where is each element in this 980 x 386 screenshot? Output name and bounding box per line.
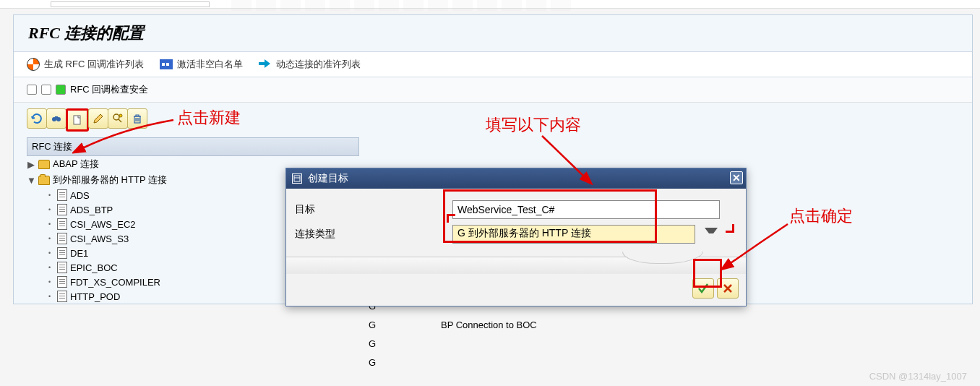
page-title: RFC 连接的配置	[14, 15, 972, 52]
bullet-icon: •	[48, 192, 54, 199]
search-db-icon	[112, 113, 124, 124]
svg-rect-3	[74, 116, 80, 124]
tree-column-header: RFC 连接	[27, 137, 359, 156]
document-icon	[57, 291, 67, 302]
watermark: CSDN @1314lay_1007	[869, 371, 967, 382]
bullet-icon: •	[48, 264, 54, 271]
pie-icon	[27, 58, 40, 71]
gen-callback-label: 生成 RFC 回调准许列表	[44, 58, 144, 71]
bullet-icon: •	[48, 249, 54, 257]
faded-bg-icons	[231, 0, 571, 11]
close-icon: ✕	[732, 172, 741, 184]
dialog-titlebar[interactable]: 创建目标 ✕	[286, 168, 746, 189]
tree-node-label: ABAP 连接	[53, 158, 99, 171]
checkmark-icon	[697, 282, 710, 295]
grid-cell-type: G	[369, 357, 441, 368]
collapse-icon[interactable]: ▼	[27, 175, 35, 186]
tree-leaf-label: DE1	[70, 248, 88, 259]
dialog-title: 创建目标	[308, 172, 348, 185]
svg-rect-2	[55, 116, 58, 119]
document-icon	[57, 233, 67, 244]
svg-rect-7	[294, 176, 300, 181]
form-row-type: 连接类型 G 到外部服务器的 HTTP 连接	[286, 222, 746, 246]
dialog-separator	[286, 257, 746, 274]
tree-leaf-label: ADS	[70, 190, 90, 201]
refresh-button[interactable]	[27, 108, 47, 129]
dialog-body: 目标 连接类型 G 到外部服务器的 HTTP 连接	[286, 189, 746, 252]
dynamic-list-label: 动态连接的准许列表	[276, 58, 361, 71]
new-document-icon	[72, 114, 83, 126]
create-button[interactable]	[66, 108, 89, 132]
tree-toolbar	[14, 103, 972, 137]
activate-whitelist-button[interactable]: 激活非空白名单	[160, 58, 243, 71]
grid-row: GBP Connection to BOC	[369, 315, 658, 334]
table-icon	[160, 59, 173, 69]
top-search-box[interactable]	[51, 1, 210, 7]
grid-cell-type: G	[369, 319, 441, 330]
expand-icon[interactable]: ▶	[27, 159, 35, 170]
type-select-value: G 到外部服务器的 HTTP 连接	[457, 227, 591, 239]
cancel-icon	[722, 283, 734, 294]
arrow-right-icon	[259, 59, 272, 69]
bullet-icon: •	[48, 293, 54, 300]
type-select[interactable]: G 到外部服务器的 HTTP 连接	[452, 225, 695, 244]
dynamic-list-button[interactable]: 动态连接的准许列表	[259, 58, 361, 71]
document-icon	[57, 218, 67, 230]
window-icon	[292, 173, 302, 184]
find-button[interactable]	[46, 108, 66, 129]
status-indicator-off	[27, 85, 37, 95]
create-destination-dialog: 创建目标 ✕ 目标 连接类型 G 到外部服务器的 HTTP 连接	[285, 168, 747, 306]
folder-icon	[38, 160, 50, 169]
form-row-destination: 目标	[286, 197, 746, 222]
document-icon	[57, 189, 67, 201]
document-icon	[57, 262, 67, 273]
tree-leaf-label: CSI_AWS_EC2	[70, 219, 136, 230]
bullet-icon: •	[48, 206, 54, 213]
pencil-icon	[93, 113, 104, 124]
delete-button[interactable]	[127, 108, 147, 129]
refresh-icon	[31, 113, 43, 124]
status-bar: RFC 回调检查安全	[14, 77, 972, 103]
ok-button[interactable]	[692, 278, 714, 299]
search-ext-button[interactable]	[108, 108, 128, 129]
tree-leaf-label: HTTP_POD	[70, 291, 120, 302]
status-indicator-on	[56, 85, 66, 95]
document-icon	[57, 276, 67, 288]
bullet-icon: •	[48, 278, 54, 286]
grid-row: G	[369, 353, 658, 372]
svg-point-4	[113, 114, 119, 120]
document-icon	[57, 247, 67, 259]
destination-label: 目标	[295, 203, 452, 216]
trash-icon	[132, 113, 143, 124]
svg-point-5	[119, 114, 122, 117]
tree-node-label: 到外部服务器的 HTTP 连接	[53, 173, 167, 186]
document-icon	[57, 204, 67, 215]
edit-button[interactable]	[88, 108, 108, 129]
grid-cell-desc: BP Connection to BOC	[441, 319, 658, 330]
folder-open-icon	[38, 176, 50, 185]
cancel-button[interactable]	[717, 278, 739, 299]
gen-callback-list-button[interactable]: 生成 RFC 回调准许列表	[27, 58, 144, 71]
bullet-icon: •	[48, 220, 54, 228]
binoculars-icon	[51, 113, 62, 124]
status-indicator-off-2	[41, 85, 51, 95]
dialog-footer	[286, 274, 746, 306]
data-grid: G GBP Connection to BOC G G	[369, 296, 658, 372]
type-label: 连接类型	[295, 228, 452, 241]
destination-input[interactable]	[452, 200, 720, 219]
tree-leaf-label: FDT_XS_COMPILER	[70, 277, 160, 288]
tree-leaf-label: CSI_AWS_S3	[70, 233, 129, 244]
tree-leaf-label: EPIC_BOC	[70, 262, 118, 273]
status-label: RFC 回调检查安全	[70, 83, 148, 96]
dialog-close-button[interactable]: ✕	[730, 171, 743, 184]
grid-row: G	[369, 334, 658, 353]
tree-leaf-label: ADS_BTP	[70, 205, 113, 215]
chevron-down-icon	[705, 228, 718, 241]
action-bar: 生成 RFC 回调准许列表 激活非空白名单 动态连接的准许列表	[14, 52, 972, 77]
bullet-icon: •	[48, 235, 54, 242]
grid-cell-type: G	[369, 338, 441, 349]
activate-whitelist-label: 激活非空白名单	[177, 58, 243, 71]
